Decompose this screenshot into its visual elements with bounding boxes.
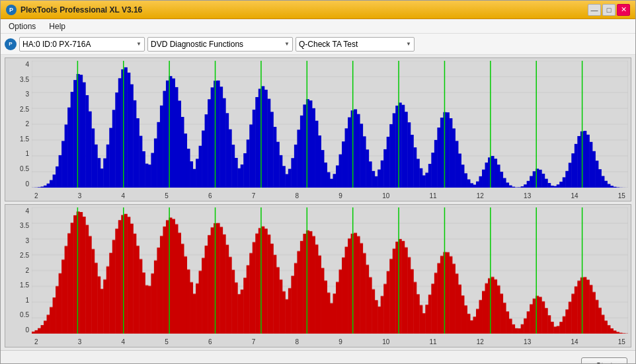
- top-chart-x-axis: 2 3 4 5 6 7 8 9 10 11 12 13 14 15: [32, 192, 628, 200]
- charts-area: 4 3.5 3 2.5 2 1.5 1 0.5 0 2 3 4 5 6 7 8: [1, 55, 635, 350]
- test-dropdown-arrow: ▼: [406, 41, 411, 47]
- drive-selector: P HA:0 ID:0 PX-716A ▼: [5, 37, 145, 52]
- test-dropdown[interactable]: Q-Check TA Test ▼: [296, 37, 415, 52]
- function-dropdown[interactable]: DVD Diagnostic Functions ▼: [147, 37, 293, 52]
- top-chart: 4 3.5 3 2.5 2 1.5 1 0.5 0 2 3 4 5 6 7 8: [5, 57, 631, 201]
- drive-dropdown-arrow: ▼: [136, 41, 141, 47]
- bottom-chart: 4 3.5 3 2.5 2 1.5 1 0.5 0 2 3 4 5 6 7 8: [5, 204, 631, 348]
- drive-label: HA:0 ID:0 PX-716A: [22, 40, 91, 49]
- start-button-area: Start i: [581, 357, 627, 365]
- maximize-button[interactable]: □: [602, 4, 616, 16]
- close-button[interactable]: ✕: [617, 4, 630, 16]
- top-chart-y-axis: 4 3.5 3 2.5 2 1.5 1 0.5 0: [5, 61, 32, 188]
- title-bar-left: P PlexTools Professional XL V3.16: [6, 5, 142, 15]
- drive-dropdown[interactable]: HA:0 ID:0 PX-716A ▼: [19, 37, 145, 52]
- bottom-chart-y-axis: 4 3.5 3 2.5 2 1.5 1 0.5 0: [5, 207, 32, 334]
- drive-icon: P: [5, 38, 17, 50]
- app-icon: P: [6, 5, 17, 15]
- function-label: DVD Diagnostic Functions: [151, 40, 243, 49]
- title-buttons: — □ ✕: [588, 4, 630, 16]
- bottom-chart-x-axis: 2 3 4 5 6 7 8 9 10 11 12 13 14 15: [32, 338, 628, 346]
- bottom-chart-canvas: [32, 207, 628, 334]
- main-content: 4 3.5 3 2.5 2 1.5 1 0.5 0 2 3 4 5 6 7 8: [1, 55, 635, 350]
- minimize-button[interactable]: —: [588, 4, 601, 16]
- menu-help[interactable]: Help: [44, 20, 71, 32]
- test-label: Q-Check TA Test: [299, 40, 358, 49]
- start-button[interactable]: Start: [581, 357, 627, 365]
- menu-bar: Options Help: [1, 19, 635, 34]
- function-dropdown-arrow: ▼: [284, 41, 290, 47]
- title-bar: P PlexTools Professional XL V3.16 — □ ✕: [1, 1, 635, 19]
- top-chart-canvas: [32, 61, 628, 188]
- top-chart-canvas-area: [32, 61, 628, 188]
- menu-options[interactable]: Options: [3, 20, 41, 32]
- title-text: PlexTools Professional XL V3.16: [20, 5, 142, 15]
- toolbar: P HA:0 ID:0 PX-716A ▼ DVD Diagnostic Fun…: [1, 34, 635, 55]
- bottom-area: Jitter: 5 Peak Shift:: [1, 350, 635, 364]
- bottom-chart-canvas-area: [32, 207, 628, 334]
